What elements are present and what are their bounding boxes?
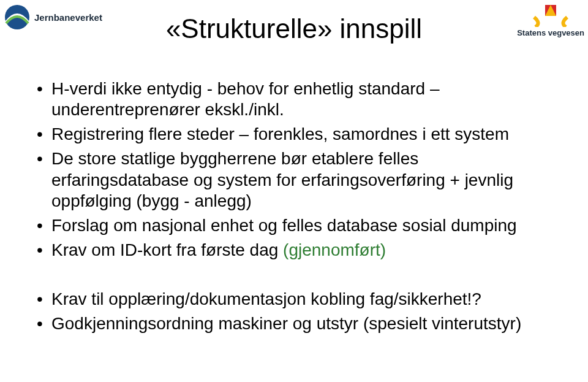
idkort-prefix: Krav om ID-kort fra første dag	[51, 240, 283, 259]
idkort-suffix: (gjennomført)	[283, 240, 386, 259]
list-item: H-verdi ikke entydig - behov for enhetli…	[34, 78, 554, 120]
slide-content: H-verdi ikke entydig - behov for enhetli…	[34, 78, 554, 338]
list-item: De store statlige byggherrene bør etable…	[34, 148, 554, 211]
bullet-list-top: H-verdi ikke entydig - behov for enhetli…	[34, 78, 554, 261]
page-title: «Strukturelle» innspill	[0, 13, 588, 44]
list-item: Krav til opplæring/dokumentasjon kobling…	[34, 289, 554, 310]
list-item: Registrering flere steder – forenkles, s…	[34, 124, 554, 145]
bullet-list-bottom: Krav til opplæring/dokumentasjon kobling…	[34, 289, 554, 334]
list-item-idkort: Krav om ID-kort fra første dag (gjennomf…	[34, 240, 554, 261]
list-item: Godkjenningsordning maskiner og utstyr (…	[34, 313, 554, 334]
list-item: Forslag om nasjonal enhet og felles data…	[34, 215, 554, 236]
